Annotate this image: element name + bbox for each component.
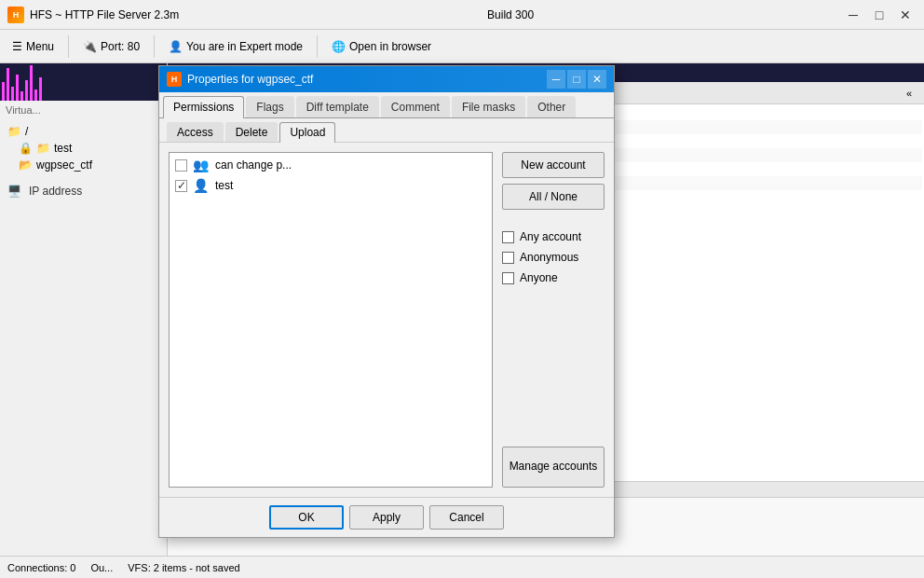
toolbar: ☰ Menu 🔌 Port: 80 👤 You are in Expert mo…: [0, 30, 924, 63]
checkbox-section: Any account Anonymous Anyone: [502, 230, 605, 284]
folder-icon: 📁: [36, 142, 50, 155]
tab-diff-template[interactable]: Diff template: [296, 96, 379, 117]
user-icon: 👤: [193, 178, 210, 193]
log-collapse-button[interactable]: «: [902, 84, 917, 103]
app-window: H HFS ~ HTTP File Server 2.3m Build 300 …: [0, 0, 924, 578]
account-label: can change p...: [215, 158, 292, 172]
ok-button[interactable]: OK: [269, 505, 344, 530]
dialog-title-bar: H Properties for wgpsec_ctf ─ □ ✕: [159, 66, 614, 92]
tab-other[interactable]: Other: [527, 96, 576, 117]
toolbar-divider-2: [154, 35, 155, 58]
menu-icon: ☰: [12, 40, 22, 53]
maximize-button[interactable]: □: [868, 6, 890, 24]
account-checkbox-test[interactable]: ✓: [175, 180, 187, 192]
minimize-button[interactable]: ─: [842, 6, 864, 24]
dialog-maximize-button[interactable]: □: [567, 70, 586, 89]
build-label: Build 300: [179, 8, 842, 21]
dialog-footer: OK Apply Cancel: [159, 497, 614, 537]
tab-permissions[interactable]: Permissions: [163, 96, 244, 118]
tree-item-wgpsec-ctf[interactable]: 📂 wgpsec_ctf: [4, 157, 163, 173]
app-icon: H: [7, 7, 24, 23]
sub-tab-delete[interactable]: Delete: [225, 122, 279, 142]
any-account-checkbox[interactable]: [502, 231, 514, 243]
main-tab-bar: Permissions Flags Diff template Comment …: [159, 92, 614, 118]
all-none-button[interactable]: All / None: [502, 184, 605, 210]
properties-dialog: H Properties for wgpsec_ctf ─ □ ✕ Permis…: [158, 65, 615, 538]
dialog-minimize-button[interactable]: ─: [547, 70, 565, 89]
lock-icon: 🔒: [19, 142, 33, 155]
expert-icon: 👤: [169, 40, 183, 53]
status-bar: Connections: 0 Ou... VFS: 2 items - not …: [0, 556, 924, 578]
dialog-right-panel: New account All / None Any account Anony…: [502, 152, 605, 488]
account-item[interactable]: 👥 can change p...: [171, 155, 490, 175]
accounts-list: 👥 can change p... ✓ 👤 test: [169, 152, 493, 488]
close-button[interactable]: ✕: [894, 6, 917, 24]
new-account-button[interactable]: New account: [502, 152, 605, 178]
tab-file-masks[interactable]: File masks: [452, 96, 525, 117]
port-button[interactable]: 🔌 Port: 80: [75, 34, 148, 60]
sub-tab-bar: Access Delete Upload: [159, 118, 614, 143]
toolbar-divider-3: [317, 35, 318, 58]
any-account-label: Any account: [520, 230, 581, 243]
open-browser-button[interactable]: 🌐 Open in browser: [323, 34, 440, 60]
vfs-status: VFS: 2 items - not saved: [128, 562, 239, 573]
tab-flags[interactable]: Flags: [246, 96, 293, 117]
ip-label: IP address: [29, 185, 82, 198]
anonymous-row: Anonymous: [502, 251, 605, 264]
app-title: HFS ~ HTTP File Server 2.3m: [30, 8, 179, 21]
anonymous-label: Anonymous: [520, 251, 578, 264]
port-icon: 🔌: [83, 40, 97, 53]
folder-icon: 📁: [7, 125, 21, 138]
title-bar: H HFS ~ HTTP File Server 2.3m Build 300 …: [0, 0, 924, 30]
sub-tab-upload[interactable]: Upload: [279, 122, 335, 143]
tree-item-test[interactable]: 🔒 📁 test: [4, 140, 163, 157]
connections-status: Connections: 0: [7, 562, 75, 573]
anyone-label: Anyone: [520, 271, 558, 284]
any-account-row: Any account: [502, 230, 605, 243]
ip-icon: 🖥️: [7, 185, 21, 198]
anyone-row: Anyone: [502, 271, 605, 284]
tab-comment[interactable]: Comment: [381, 96, 450, 117]
anonymous-checkbox[interactable]: [502, 252, 514, 264]
expert-mode-button[interactable]: 👤 You are in Expert mode: [160, 34, 311, 60]
speed-graph: [0, 63, 167, 101]
manage-accounts-button[interactable]: Manage accounts: [502, 447, 605, 488]
account-label-test: test: [215, 179, 233, 192]
left-panel: Virtua... 📁 / 🔒 📁 test 📂 wgpsec_ctf 🖥️: [0, 63, 168, 556]
dialog-title-text: Properties for wgpsec_ctf: [187, 73, 313, 86]
browser-icon: 🌐: [332, 40, 346, 53]
toolbar-divider: [68, 35, 69, 58]
menu-button[interactable]: ☰ Menu: [4, 34, 62, 60]
red-folder-icon: 📂: [19, 158, 33, 172]
dialog-body: 👥 can change p... ✓ 👤 test New account A…: [159, 143, 614, 497]
apply-button[interactable]: Apply: [349, 505, 424, 530]
account-item-test[interactable]: ✓ 👤 test: [171, 175, 490, 196]
dialog-close-button[interactable]: ✕: [588, 70, 606, 89]
account-checkbox-can-change[interactable]: [175, 159, 187, 172]
anyone-checkbox[interactable]: [502, 272, 514, 284]
group-icon: 👥: [193, 158, 210, 172]
tree-item-root[interactable]: 📁 /: [4, 123, 163, 140]
sub-tab-access[interactable]: Access: [167, 122, 224, 142]
dialog-app-icon: H: [167, 72, 182, 87]
file-tree: 📁 / 🔒 📁 test 📂 wgpsec_ctf: [0, 119, 167, 177]
cancel-button[interactable]: Cancel: [429, 505, 504, 530]
virtual-label: Virtua...: [0, 101, 167, 119]
output-status: Ou...: [90, 562, 113, 573]
ip-section: 🖥️ IP address: [0, 177, 167, 205]
